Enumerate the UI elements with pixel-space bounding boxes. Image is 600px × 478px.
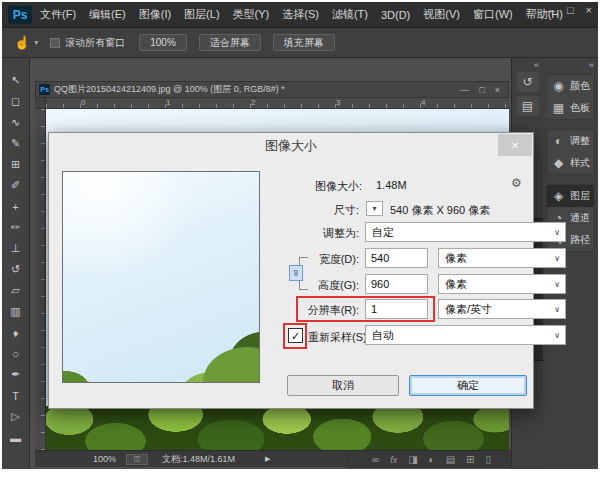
fit-to-dropdown[interactable]: 自定 ∨	[365, 222, 566, 242]
layer-group-icon[interactable]: ▤	[446, 454, 455, 465]
swatches-panel-icon: ▦	[552, 101, 565, 115]
brush-tool[interactable]: ✏	[5, 217, 27, 238]
zoom-level[interactable]: 100%	[93, 454, 116, 464]
status-options-button[interactable]: ◫	[126, 454, 148, 465]
properties-panel-button[interactable]: ▤	[517, 96, 539, 116]
marquee-tool-icon: ◻	[11, 95, 20, 108]
clone-stamp-tool-icon: ⊥	[11, 242, 21, 255]
image-preview[interactable]	[62, 171, 260, 383]
menu-item-filter[interactable]: 滤镜(T)	[332, 7, 368, 22]
delete-layer-icon[interactable]: ▯	[486, 454, 492, 465]
new-layer-icon[interactable]: ⊞	[466, 454, 474, 465]
close-icon[interactable]: ×	[586, 4, 592, 16]
document-title-bar[interactable]: Ps QQ图片20150424212409.jpg @ 100% (图层 0, …	[35, 81, 509, 98]
history-panel-button[interactable]: ↺	[517, 72, 539, 92]
quick-select-tool-icon: ✎	[11, 137, 20, 150]
height-unit-dropdown[interactable]: 像素 ∨	[438, 274, 566, 294]
menu-item-3d[interactable]: 3D(D)	[381, 9, 410, 21]
ruler-number: 3	[336, 98, 340, 107]
menu-item-type[interactable]: 类型(Y)	[233, 7, 270, 22]
ok-button[interactable]: 确定	[409, 375, 527, 396]
ruler-corner	[35, 98, 46, 109]
image-size-label: 图像大小:	[315, 179, 362, 194]
resolution-input[interactable]	[365, 299, 428, 319]
shape-tool[interactable]: ▬	[5, 427, 27, 448]
adjustment-layer-icon[interactable]: ◐	[429, 454, 435, 465]
crop-tool[interactable]: ⊞	[5, 154, 27, 175]
document-title: QQ图片20150424212409.jpg @ 100% (图层 0, RGB…	[54, 83, 285, 96]
menu-item-view[interactable]: 视图(V)	[423, 7, 460, 22]
fit-screen-button[interactable]: 适合屏幕	[199, 34, 261, 51]
menu-item-window[interactable]: 窗口(W)	[473, 7, 513, 22]
scroll-all-windows-checkbox[interactable]	[50, 38, 60, 48]
doc-maximize-icon[interactable]: □	[479, 85, 484, 95]
panel-label: 通道	[570, 211, 590, 225]
dodge-tool-icon: ○	[12, 348, 19, 360]
photoshop-logo: Ps	[8, 6, 32, 24]
lasso-tool[interactable]: ∿	[5, 112, 27, 133]
menu-item-layer[interactable]: 图层(L)	[184, 7, 219, 22]
photoshop-window: Ps 文件(F) 编辑(E) 图像(I) 图层(L) 类型(Y) 选择(S) 滤…	[2, 2, 598, 469]
collapse-panels-icon[interactable]: «	[589, 60, 594, 70]
path-select-tool[interactable]: ▷	[5, 406, 27, 427]
doc-minimize-icon[interactable]: —	[460, 85, 469, 95]
healing-brush-tool[interactable]: +	[5, 196, 27, 217]
zoom-100-button[interactable]: 100%	[139, 34, 187, 51]
menu-item-image[interactable]: 图像(I)	[139, 7, 171, 22]
minimize-icon[interactable]: —	[544, 4, 555, 16]
resolution-unit-dropdown[interactable]: 像素/英寸 ∨	[438, 299, 566, 319]
hand-options-dropdown-icon[interactable]: ▾	[34, 38, 38, 47]
resample-dropdown[interactable]: 自动 ∨	[365, 325, 566, 345]
pen-tool[interactable]: ✒	[5, 364, 27, 385]
panel-tab-adjustments[interactable]: ◐调整	[547, 130, 594, 152]
width-input[interactable]	[365, 248, 428, 268]
image-size-dialog: 图像大小 × 图像大小: 1.48M ⚙ 尺寸: ▾ 540 像素 X 960 …	[48, 132, 534, 409]
panel-tab-styles[interactable]: ◆样式	[547, 152, 594, 174]
status-arrow-icon[interactable]: ▶	[265, 455, 270, 463]
height-input[interactable]	[365, 274, 428, 294]
image-size-value: 1.48M	[376, 179, 407, 191]
doc-close-icon[interactable]: ×	[495, 85, 500, 95]
dodge-tool[interactable]: ○	[5, 343, 27, 364]
resample-checkbox[interactable]: ✓	[288, 328, 303, 343]
pen-tool-icon: ✒	[11, 368, 20, 381]
dialog-close-button[interactable]: ×	[498, 134, 532, 156]
hand-tool-icon[interactable]: ☝	[14, 35, 30, 50]
eyedropper-tool[interactable]: ✐	[5, 175, 27, 196]
chain-glyph: ∞	[291, 270, 301, 276]
adjustments-panel-icon: ◐	[552, 134, 565, 148]
ruler-number: 1	[166, 98, 170, 107]
layer-mask-icon[interactable]: ◨	[408, 454, 417, 465]
collapse-panels-icon[interactable]: «	[534, 60, 539, 70]
move-tool-icon: ↖	[11, 74, 20, 87]
chevron-down-icon: ∨	[554, 280, 560, 289]
fill-screen-button[interactable]: 填充屏幕	[273, 34, 335, 51]
panel-label: 颜色	[570, 79, 590, 93]
menu-item-edit[interactable]: 编辑(E)	[89, 7, 126, 22]
gear-icon[interactable]: ⚙	[511, 176, 522, 190]
quick-select-tool[interactable]: ✎	[5, 133, 27, 154]
maximize-icon[interactable]: □	[567, 4, 574, 16]
cancel-button[interactable]: 取消	[287, 375, 399, 396]
panel-tab-swatches[interactable]: ▦色板	[547, 97, 594, 119]
eraser-tool[interactable]: ▱	[5, 280, 27, 301]
panel-tab-color[interactable]: ◉颜色	[547, 75, 594, 97]
history-brush-tool[interactable]: ↺	[5, 259, 27, 280]
panel-tab-layers[interactable]: ◈图层	[547, 185, 594, 207]
menu-item-file[interactable]: 文件(F)	[40, 7, 76, 22]
gradient-tool[interactable]: ▥	[5, 301, 27, 322]
type-tool[interactable]: T	[5, 385, 27, 406]
layer-fx-icon[interactable]: fx	[390, 455, 397, 465]
link-layers-icon[interactable]: ∞	[372, 454, 379, 465]
clone-stamp-tool[interactable]: ⊥	[5, 238, 27, 259]
marquee-tool[interactable]: ◻	[5, 91, 27, 112]
width-unit-dropdown[interactable]: 像素 ∨	[438, 248, 566, 268]
menu-item-select[interactable]: 选择(S)	[282, 7, 319, 22]
dimensions-dropdown-icon[interactable]: ▾	[366, 201, 383, 216]
blur-tool[interactable]: ♦	[5, 322, 27, 343]
panel-group-color: ◉颜色 ▦色板	[546, 74, 595, 120]
move-tool[interactable]: ↖	[5, 70, 27, 91]
tools-palette: ↖ ◻ ∿ ✎ ⊞ ✐ + ✏ ⊥ ↺ ▱ ▥ ♦ ○ ✒ T ▷ ▬	[2, 58, 30, 469]
tool-options-bar: ☝ ▾ 滚动所有窗口 100% 适合屏幕 填充屏幕	[2, 28, 598, 58]
ruler-number: 0	[81, 98, 85, 107]
